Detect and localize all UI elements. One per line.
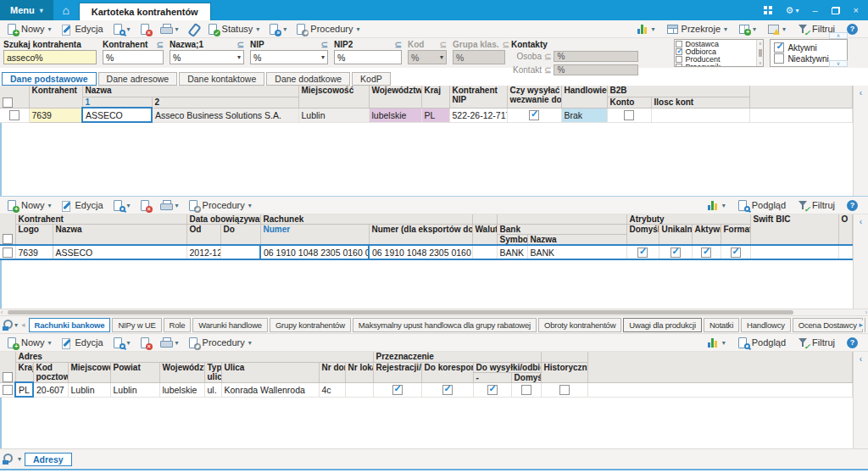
checkbox[interactable] [774,53,784,64]
col-wojewodztwo[interactable]: Województwo [369,86,421,108]
tab-kodp[interactable]: KodP [352,72,391,86]
cell-nip[interactable]: 522-26-12-717 [449,108,507,122]
preview-button[interactable]: Podgląd [734,199,789,212]
col-numer-eksport[interactable]: Numer (dla eksportów do banku) [369,225,472,246]
colgroup-data-obowiazywania[interactable]: Data obowiązywania [186,214,260,225]
grupa-filter-input[interactable]: % [453,50,505,64]
analysis-chart-button[interactable]: ▾ [704,337,729,348]
col-do[interactable]: Do [220,225,260,246]
cell-kraj[interactable]: PL [421,108,449,122]
col-domyslny[interactable]: Domyślny [626,225,659,246]
chevron-down-icon[interactable]: ▾ [321,53,325,61]
colgroup-atrybuty[interactable]: Atrybuty [626,214,750,225]
select-all-checkbox[interactable] [3,234,13,244]
col-nr-lokalu[interactable]: Nr lokalu [345,362,373,382]
collapse-panel-handle[interactable]: ‹ [853,214,868,309]
nip2-filter-input[interactable]: % [334,50,402,64]
col-bank-nazwa[interactable]: Nazwa [527,235,626,246]
chevron-down-icon[interactable]: ▾ [127,202,131,209]
new-button[interactable]: Nowy▾ [3,337,55,349]
col-nazwa-2[interactable]: 2 [152,97,298,108]
search-contractor-input[interactable]: asseco% [3,50,97,64]
tab-dane-dodatkowe[interactable]: Dane dodatkowe [266,72,350,86]
osoba-filter-input[interactable]: % [554,51,638,62]
checkbox[interactable] [774,42,784,53]
aktywni-option[interactable]: Aktywni [774,42,843,53]
new-button[interactable]: Nowy▾ [3,199,55,212]
preview-button[interactable]: Podgląd [734,337,789,349]
table-row[interactable]: 7639 ASSECO Asseco Business Solutions S.… [0,108,853,122]
colgroup-kontrahent[interactable]: Kontrahent [15,214,186,225]
colgroup-wysylki[interactable]: Do wysyłki/odbioru [473,362,541,372]
kod-filter-input[interactable]: %▾ [408,50,447,64]
chevron-down-icon[interactable]: ▾ [753,25,756,33]
cell-historyczny[interactable] [541,382,587,397]
chevron-down-icon[interactable]: ▾ [175,25,179,33]
filter-button[interactable]: Filtruj [794,337,838,349]
cell-domyslny[interactable] [626,245,659,259]
checkbox[interactable] [521,385,531,395]
tabs-scroll-left-icon[interactable]: ◂ [21,320,25,329]
cell-unikalny[interactable] [659,245,692,259]
analysis-chart-button[interactable]: ▾ [704,199,729,211]
col-wojewodztwo[interactable]: Województwo [159,362,204,382]
row-checkbox[interactable] [3,385,13,395]
menu-button[interactable]: Menu▾ [0,0,53,20]
cell-miejscowosc[interactable]: Lublin [298,108,369,122]
tab-adresy[interactable]: Adresy [25,453,72,466]
reports-button[interactable]: ▾ [765,24,789,35]
cell-bank-symbol[interactable]: BANK [497,245,527,259]
colgroup-nazwa[interactable]: Nazwa [82,86,298,97]
cell-kontrahent-id[interactable]: 7639 [29,108,82,122]
col-ulica[interactable]: Ulica [221,362,319,382]
restore-button[interactable] [826,7,846,14]
chevron-down-icon[interactable]: ▾ [127,25,131,33]
chevron-down-icon[interactable]: ▾ [18,455,21,463]
collapse-filter-chevron[interactable]: ∧ [829,32,848,39]
col-format[interactable]: Format [721,225,750,246]
row-checkbox[interactable] [3,248,13,258]
cell-korespondencji[interactable] [421,382,473,397]
tab-grupy-kontrahentow[interactable]: Grupy kontrahentów [270,318,351,332]
cell-typ-ulicy[interactable]: ul. [204,382,221,397]
analysis-chart-button[interactable]: ▾ [634,23,659,35]
row-checkbox[interactable] [9,110,19,120]
col-kontrahent[interactable]: Kontrahent [29,86,82,108]
procedures-button[interactable]: Procedury▾ [185,337,255,349]
checkbox[interactable] [731,248,741,258]
checkbox[interactable] [701,248,711,258]
cell-do[interactable] [220,245,260,259]
chevron-down-icon[interactable]: ▾ [722,339,726,347]
cell-swift[interactable] [750,245,838,259]
horizontal-scrollbar[interactable]: ‹ › [0,309,868,315]
col-bank-symbol[interactable]: Symbol [497,235,527,246]
col-nazwa[interactable]: Nazwa [53,225,186,246]
nip-filter-input[interactable]: %▾ [250,50,328,64]
help-button[interactable] [843,199,861,212]
tab-handlowcy[interactable]: Handlowcy [741,318,791,332]
cell-numer-eksport[interactable]: 06 1910 1048 2305 0160 0168 0001 [369,245,472,259]
checkbox[interactable] [676,41,682,47]
tab-notatki[interactable]: Notatki [704,318,739,332]
col-rejestracji[interactable]: Rejestracji/zam. [373,362,421,382]
cell-od[interactable]: 2012-12-03 [186,245,220,259]
print-button[interactable]: ▾ [157,199,182,211]
operator-icon[interactable]: ⊆ [321,40,328,49]
select-all-checkbox[interactable] [3,97,13,108]
checkbox[interactable] [637,248,648,258]
colgroup-bank[interactable]: Bank [497,225,626,235]
delete-button[interactable] [136,337,154,349]
cell-kraj-selected[interactable]: PL [15,382,33,397]
col-b2b-ilosc[interactable]: Ilosc kont [651,97,749,108]
tab-uwagi-dla-produkcji[interactable]: Uwagi dla produkcji [623,318,702,332]
col-numer[interactable]: Numer [260,225,369,246]
chevron-down-icon[interactable]: ▾ [722,202,726,209]
statuses-button[interactable]: Statusy▾ [204,23,264,36]
przekroje-button[interactable]: Przekroje▾ [664,23,731,35]
cell-numer-selected[interactable]: 06 1910 1048 2305 0160 0168 0001 [260,245,369,259]
col-handlowiec[interactable]: Handlowiec [561,86,607,108]
colgroup-przeznaczenie[interactable]: Przeznaczenie [373,352,541,362]
home-icon[interactable]: ⌂ [53,0,79,20]
table-row[interactable]: PL 20-607 Lublin Lublin lubelskie ul. Ko… [0,382,853,397]
cell-waluta[interactable] [472,245,497,259]
